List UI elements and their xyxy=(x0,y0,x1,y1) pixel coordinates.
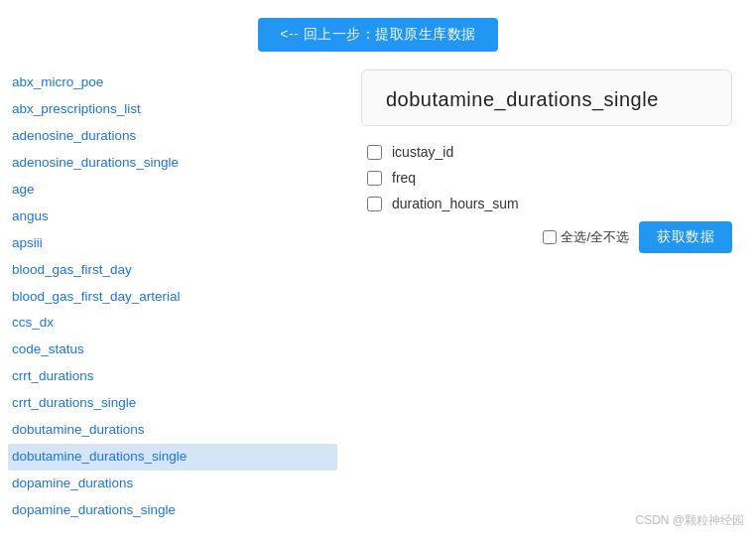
list-item[interactable]: dobutamine_durations_single xyxy=(8,444,337,471)
list-item[interactable]: crrt_durations xyxy=(8,363,337,390)
list-item[interactable]: angus xyxy=(8,204,337,230)
list-item[interactable]: crrt_durations_single xyxy=(8,390,337,417)
list-item[interactable]: adenosine_durations_single xyxy=(8,150,337,177)
field-label: icustay_id xyxy=(392,144,453,160)
list-item[interactable]: abx_micro_poe xyxy=(8,69,337,96)
select-all-checkbox[interactable] xyxy=(543,230,557,244)
field-label: duration_hours_sum xyxy=(392,196,519,211)
main-layout: abx_micro_poeabx_prescriptions_listadeno… xyxy=(0,69,756,526)
back-button[interactable]: <-- 回上一步：提取原生库数据 xyxy=(258,18,497,52)
list-item[interactable]: adenosine_durations xyxy=(8,123,337,150)
field-item: icustay_id xyxy=(367,144,732,160)
actions-row: 全选/全不选 获取数据 xyxy=(361,221,732,253)
field-item: freq xyxy=(367,170,732,186)
list-item[interactable]: ccs_dx xyxy=(8,310,337,337)
right-panel: dobutamine_durations_single icustay_idfr… xyxy=(337,69,756,526)
list-item[interactable]: dobutamine_durations xyxy=(8,417,337,444)
field-checkbox[interactable] xyxy=(367,197,382,211)
fields-list: icustay_idfreqduration_hours_sum xyxy=(361,144,732,211)
fetch-button[interactable]: 获取数据 xyxy=(639,221,732,253)
list-item[interactable]: blood_gas_first_day xyxy=(8,257,337,284)
select-all-label[interactable]: 全选/全不选 xyxy=(543,228,629,246)
list-item[interactable]: echo_data xyxy=(8,524,337,526)
select-all-text: 全选/全不选 xyxy=(561,228,629,246)
list-item[interactable]: dopamine_durations_single xyxy=(8,497,337,524)
left-panel: abx_micro_poeabx_prescriptions_listadeno… xyxy=(0,69,337,526)
list-item[interactable]: dopamine_durations xyxy=(8,471,337,497)
list-item[interactable]: code_status xyxy=(8,337,337,363)
table-title: dobutamine_durations_single xyxy=(361,69,732,126)
list-item[interactable]: apsiii xyxy=(8,230,337,257)
top-bar: <-- 回上一步：提取原生库数据 xyxy=(0,0,756,69)
field-checkbox[interactable] xyxy=(367,171,382,186)
watermark: CSDN @颗粒神经园 xyxy=(635,512,744,526)
field-label: freq xyxy=(392,170,416,186)
field-item: duration_hours_sum xyxy=(367,196,732,211)
list-item[interactable]: age xyxy=(8,177,337,204)
list-item[interactable]: blood_gas_first_day_arterial xyxy=(8,284,337,311)
field-checkbox[interactable] xyxy=(367,145,382,160)
list-item[interactable]: abx_prescriptions_list xyxy=(8,96,337,123)
